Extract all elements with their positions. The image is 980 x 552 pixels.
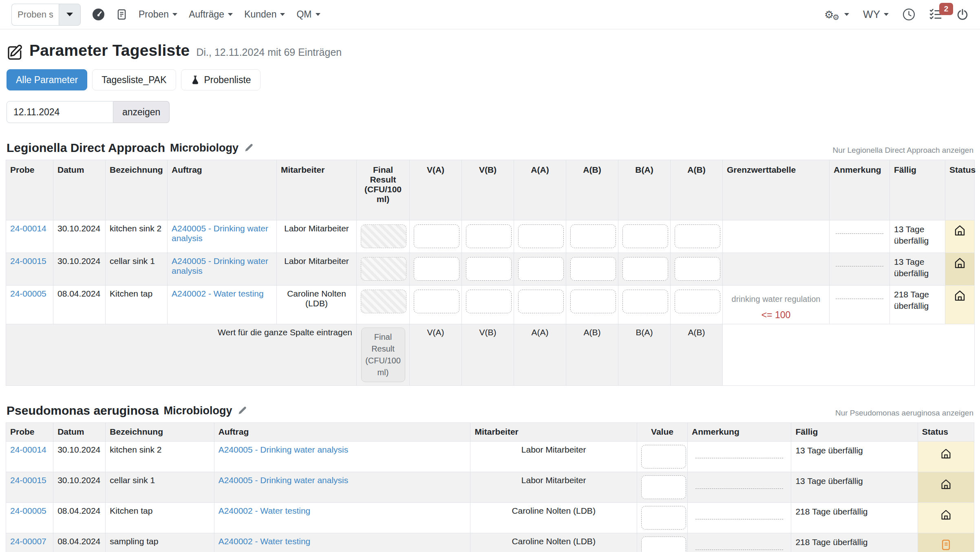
anmerkung-field[interactable] — [836, 233, 883, 234]
auftrag-link[interactable]: A240005 - Drinking water analysis — [172, 224, 268, 243]
auftrag-link[interactable]: A240002 - Water testing — [172, 289, 264, 298]
grenzwert-limit: <= 100 — [727, 310, 825, 321]
ab-input[interactable] — [570, 290, 616, 313]
tab-label: Alle Parameter — [16, 75, 78, 86]
page-header: Parameter Tagesliste Di., 12.11.2024 mit… — [7, 42, 973, 60]
pseudomonas-section-head: Pseudomonas aeruginosa Microbiology Nur … — [7, 404, 973, 418]
menu-proben[interactable]: Proben — [139, 9, 177, 20]
ab2-input[interactable] — [675, 257, 720, 281]
bezeichnung-cell: sampling tap — [106, 533, 214, 552]
tab-probenliste[interactable]: Probenliste — [181, 69, 260, 90]
probe-cell: 24-00005 — [6, 503, 53, 533]
documents-button[interactable] — [116, 8, 127, 21]
final-result-input — [361, 224, 406, 248]
house-icon — [953, 289, 967, 302]
aa-input[interactable] — [518, 290, 564, 313]
history-button[interactable] — [903, 8, 915, 21]
ab2-cell — [671, 220, 723, 253]
probe-link[interactable]: 24-00007 — [10, 537, 46, 546]
anmerkung-field[interactable] — [695, 488, 783, 489]
probe-link[interactable]: 24-00005 — [10, 506, 46, 515]
mitarbeiter-cell: Labor Mitarbeiter — [470, 472, 637, 503]
col-header-aa: A(A) — [514, 160, 566, 220]
auftrag-link[interactable]: A240005 - Drinking water analysis — [219, 445, 349, 454]
chevron-down-icon — [884, 13, 889, 16]
fill-ab-label[interactable]: A(B) — [566, 324, 618, 386]
value-input[interactable] — [641, 537, 686, 552]
auftrag-link[interactable]: A240005 - Drinking water analysis — [172, 256, 268, 275]
value-cell — [637, 442, 687, 472]
status-cell[interactable] — [945, 220, 975, 253]
ba-cell — [618, 220, 671, 253]
status-cell[interactable] — [918, 472, 974, 503]
anmerkung-field[interactable] — [836, 266, 883, 266]
status-cell[interactable] — [918, 533, 974, 552]
ba-input[interactable] — [622, 257, 668, 281]
anmerkung-field[interactable] — [695, 550, 783, 550]
search-input[interactable] — [11, 4, 59, 26]
col-header-va: V(A) — [410, 160, 462, 220]
value-input[interactable] — [641, 445, 686, 468]
probe-link[interactable]: 24-00005 — [10, 289, 46, 298]
edit-pencil-icon[interactable] — [243, 143, 254, 153]
va-input[interactable] — [414, 224, 459, 248]
anmerkung-field[interactable] — [836, 299, 883, 299]
ab-input[interactable] — [570, 257, 616, 281]
anmerkung-field[interactable] — [695, 458, 783, 458]
ab2-input[interactable] — [675, 224, 720, 248]
vb-input[interactable] — [466, 290, 512, 313]
ba-input[interactable] — [622, 224, 668, 248]
fill-aa-label[interactable]: A(A) — [514, 324, 566, 386]
fill-vb-label[interactable]: V(B) — [462, 324, 514, 386]
search-dropdown-button[interactable] — [59, 4, 81, 26]
aa-input[interactable] — [518, 224, 564, 248]
col-header-auftrag: Auftrag — [214, 423, 470, 442]
settings-menu[interactable]: ⚙⚙ — [824, 9, 849, 20]
table-row: 24-00005 08.04.2024 Kitchen tap A240002 … — [6, 503, 974, 533]
fill-ab2-label[interactable]: A(B) — [671, 324, 723, 386]
probe-link[interactable]: 24-00014 — [10, 445, 46, 454]
auftrag-link[interactable]: A240002 - Water testing — [219, 506, 311, 515]
anmerkung-field[interactable] — [695, 519, 783, 519]
grenzwert-cell: drinking water regulation <= 100 — [723, 286, 830, 324]
logout-button[interactable] — [956, 9, 969, 21]
auftrag-link[interactable]: A240002 - Water testing — [219, 537, 311, 546]
va-input[interactable] — [414, 257, 459, 281]
date-input[interactable] — [7, 101, 113, 123]
status-cell[interactable] — [918, 503, 974, 533]
aa-input[interactable] — [518, 257, 564, 281]
status-cell[interactable] — [918, 442, 974, 472]
user-menu[interactable]: WY — [863, 8, 889, 21]
ab2-input[interactable] — [675, 290, 720, 313]
tasks-button[interactable]: 2 — [929, 8, 942, 21]
probe-link[interactable]: 24-00015 — [10, 475, 46, 485]
dashboard-button[interactable] — [92, 8, 105, 21]
tab-alle-parameter[interactable]: Alle Parameter — [7, 69, 87, 90]
vb-input[interactable] — [466, 257, 512, 281]
ab-input[interactable] — [570, 224, 616, 248]
fill-ba-label[interactable]: B(A) — [618, 324, 671, 386]
ba-input[interactable] — [622, 290, 668, 313]
menu-kunden[interactable]: Kunden — [244, 9, 285, 20]
status-cell[interactable] — [945, 253, 975, 286]
menu-kunden-label: Kunden — [244, 9, 276, 20]
vb-input[interactable] — [466, 224, 512, 248]
probe-link[interactable]: 24-00014 — [10, 224, 46, 233]
filter-legionella-link[interactable]: Nur Legionella Direct Approach anzeigen — [833, 146, 973, 155]
value-input[interactable] — [641, 475, 686, 499]
filter-pseudomonas-link[interactable]: Nur Pseudomonas aeruginosa anzeigen — [835, 409, 973, 418]
show-button[interactable]: anzeigen — [113, 101, 170, 123]
menu-auftraege[interactable]: Aufträge — [189, 9, 233, 20]
edit-pencil-icon[interactable] — [237, 406, 247, 416]
menu-qm[interactable]: QM — [296, 9, 320, 20]
status-cell[interactable] — [945, 286, 975, 324]
value-input[interactable] — [641, 506, 686, 530]
va-input[interactable] — [414, 290, 459, 313]
auftrag-link[interactable]: A240005 - Drinking water analysis — [219, 475, 349, 485]
fill-va-label[interactable]: V(A) — [410, 324, 462, 386]
col-header-auftrag: Auftrag — [168, 160, 277, 220]
tab-tagesliste-pak[interactable]: Tagesliste_PAK — [92, 69, 176, 90]
probe-cell: 24-00014 — [6, 220, 53, 253]
probe-link[interactable]: 24-00015 — [10, 256, 46, 266]
fill-final-result-button[interactable]: Final Result (CFU/100 ml) — [361, 328, 405, 382]
